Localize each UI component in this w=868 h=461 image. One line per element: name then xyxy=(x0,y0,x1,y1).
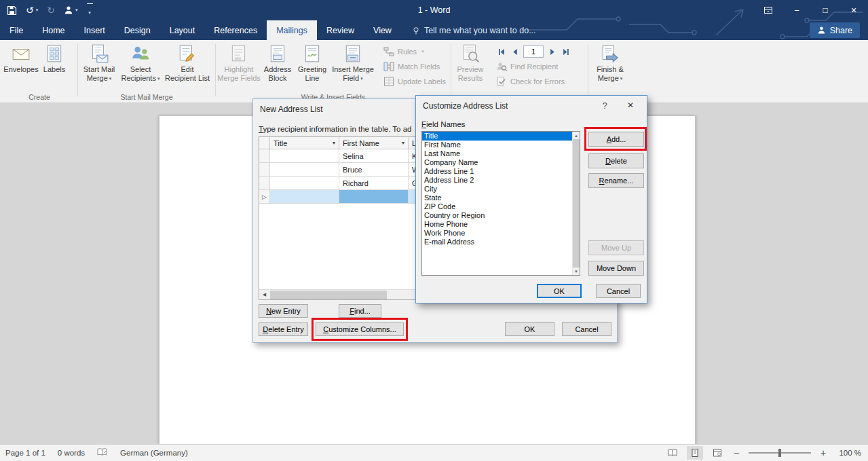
cell-first-name-selected[interactable] xyxy=(339,190,409,204)
maximize-button[interactable] xyxy=(811,0,839,20)
scroll-down-icon[interactable] xyxy=(573,268,580,275)
close-button[interactable] xyxy=(839,0,868,20)
tell-me-box[interactable]: Tell me what you want to do... xyxy=(412,20,536,40)
field-item[interactable]: Home Phone xyxy=(422,220,572,229)
field-item[interactable]: Country or Region xyxy=(422,211,572,220)
word-count[interactable]: 0 words xyxy=(58,449,85,457)
group-write-insert-fields: Highlight Merge Fields Address Block Gre… xyxy=(217,40,449,103)
start-mail-merge-button[interactable]: Start Mail Merge xyxy=(79,42,119,84)
field-item[interactable]: Address Line 2 xyxy=(422,176,572,185)
web-layout-button[interactable] xyxy=(709,446,725,460)
vertical-scrollbar[interactable] xyxy=(572,132,580,275)
quick-access-toolbar: ↺ ↻ xyxy=(7,0,93,20)
save-button[interactable] xyxy=(7,0,17,20)
field-item[interactable]: Work Phone xyxy=(422,229,572,238)
field-item-selected[interactable]: Title xyxy=(422,132,572,141)
previous-record-button[interactable] xyxy=(510,47,519,56)
highlight-merge-fields-button: Highlight Merge Fields xyxy=(217,42,261,84)
cell-first-name[interactable]: Selina xyxy=(339,149,409,163)
zoom-slider-thumb[interactable] xyxy=(778,449,781,457)
finish-and-merge-button[interactable]: Finish & Merge xyxy=(590,42,630,84)
field-item[interactable]: City xyxy=(422,185,572,193)
cell-first-name[interactable]: Bruce xyxy=(339,163,409,177)
group-create: Envelopes Labels Create xyxy=(3,40,76,103)
scroll-up-icon[interactable] xyxy=(573,132,580,139)
language-indicator[interactable]: German (Germany) xyxy=(120,449,188,457)
tab-layout[interactable]: Layout xyxy=(160,20,205,40)
tab-view[interactable]: View xyxy=(364,20,401,40)
undo-icon: ↺ xyxy=(26,0,34,20)
tab-insert[interactable]: Insert xyxy=(75,20,115,40)
ok-button[interactable]: OK xyxy=(505,322,554,336)
edit-recipient-list-button[interactable]: Edit Recipient List xyxy=(162,42,212,84)
minimize-button[interactable] xyxy=(782,0,811,20)
envelopes-button[interactable]: Envelopes xyxy=(3,42,39,75)
scrollbar-thumb[interactable] xyxy=(573,139,580,268)
customize-columns-button[interactable]: Customize Columns... xyxy=(316,322,404,336)
greeting-line-button[interactable]: Greeting Line xyxy=(295,42,330,84)
address-block-button[interactable]: Address Block xyxy=(261,42,295,84)
column-header-first-name[interactable]: First Name xyxy=(339,137,409,149)
tab-home[interactable]: Home xyxy=(33,20,74,40)
rename-button[interactable]: Rename... xyxy=(588,173,644,188)
cell-title[interactable] xyxy=(270,149,339,163)
chevron-down-icon[interactable] xyxy=(402,140,404,146)
delete-button[interactable]: Delete xyxy=(588,153,644,168)
field-item[interactable]: E-mail Address xyxy=(422,238,572,246)
user-button[interactable] xyxy=(64,0,78,20)
zoom-in-button[interactable] xyxy=(818,446,828,460)
delete-entry-button[interactable]: Delete Entry xyxy=(259,322,308,336)
field-item[interactable]: First Name xyxy=(422,141,572,149)
first-record-button[interactable] xyxy=(496,47,506,56)
next-record-button[interactable] xyxy=(548,47,557,56)
preview-results-button: Preview Results xyxy=(453,42,487,84)
zoom-slider[interactable] xyxy=(749,446,811,460)
ok-button[interactable]: OK xyxy=(537,284,582,298)
cell-title[interactable] xyxy=(270,177,339,190)
customize-quick-access-toolbar-button[interactable] xyxy=(87,0,93,20)
print-layout-button[interactable] xyxy=(687,446,703,460)
cancel-button[interactable]: Cancel xyxy=(596,284,641,298)
field-item[interactable]: Address Line 1 xyxy=(422,167,572,176)
undo-button[interactable]: ↺ xyxy=(26,0,38,20)
help-button[interactable]: ? xyxy=(594,96,616,115)
field-item[interactable]: State xyxy=(422,193,572,202)
new-entry-button[interactable]: New Entry xyxy=(259,304,308,318)
last-record-button[interactable] xyxy=(561,47,571,56)
insert-merge-field-button[interactable]: Insert Merge Field xyxy=(330,42,376,84)
tab-review[interactable]: Review xyxy=(317,20,364,40)
field-item[interactable]: Last Name xyxy=(422,149,572,158)
add-button[interactable]: Add... xyxy=(588,132,644,147)
field-item[interactable]: Company Name xyxy=(422,158,572,167)
ribbon-display-options-button[interactable] xyxy=(754,0,782,20)
cell-title[interactable] xyxy=(270,163,339,177)
select-recipients-button[interactable]: Select Recipients xyxy=(119,42,162,84)
redo-button: ↻ xyxy=(47,0,55,20)
tab-file[interactable]: File xyxy=(0,20,33,40)
tab-mailings[interactable]: Mailings xyxy=(267,20,317,40)
scroll-left-icon[interactable] xyxy=(259,290,269,300)
zoom-level[interactable]: 100 % xyxy=(834,449,861,457)
tab-references[interactable]: References xyxy=(204,20,267,40)
insert-merge-field-icon xyxy=(343,43,363,64)
cancel-button[interactable]: Cancel xyxy=(562,322,611,336)
share-button[interactable]: Share xyxy=(810,22,860,38)
record-number-input[interactable] xyxy=(523,45,544,58)
close-icon[interactable]: ✕ xyxy=(616,96,645,115)
cell-title[interactable] xyxy=(270,190,339,204)
page-indicator[interactable]: Page 1 of 1 xyxy=(5,449,45,457)
labels-sheet-icon xyxy=(44,43,64,64)
labels-button[interactable]: Labels xyxy=(39,42,69,75)
find-button[interactable]: Find... xyxy=(339,304,381,318)
move-down-button[interactable]: Move Down xyxy=(588,261,644,276)
proofing-status-icon[interactable] xyxy=(97,448,108,458)
chevron-down-icon[interactable] xyxy=(333,140,335,146)
tab-design[interactable]: Design xyxy=(115,20,160,40)
scrollbar-thumb[interactable] xyxy=(270,291,387,299)
zoom-out-button[interactable] xyxy=(732,446,741,460)
read-mode-button[interactable] xyxy=(664,446,681,460)
column-header-title[interactable]: Title xyxy=(270,137,339,149)
window-title: 1 - Word xyxy=(418,0,451,20)
field-item[interactable]: ZIP Code xyxy=(422,202,572,211)
cell-first-name[interactable]: Richard xyxy=(339,177,409,190)
